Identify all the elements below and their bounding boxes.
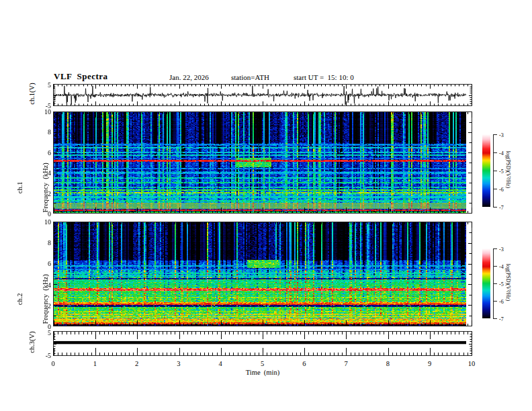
colorbar-tick-label: -4 bbox=[499, 150, 504, 156]
time-tick-label: 2 bbox=[135, 360, 138, 367]
ch1-spectrogram-canvas bbox=[53, 111, 472, 214]
time-tick-label: 6 bbox=[302, 360, 306, 367]
ch1-freq-tick-label: 8 bbox=[48, 128, 51, 136]
colorbar-tick bbox=[493, 266, 497, 267]
ch1-freq-tick-label: 4 bbox=[48, 169, 51, 177]
ch1-freq-tick-label: 0 bbox=[48, 210, 51, 218]
figure-start-ut: start UT = 15: 10: 0 bbox=[294, 73, 354, 81]
colorbar-tick-label: -7 bbox=[499, 316, 504, 322]
time-tick-label: 5 bbox=[261, 360, 264, 367]
time-axis-label: Time (min) bbox=[246, 369, 279, 376]
colorbar-tick bbox=[493, 248, 497, 249]
colorbar-tick bbox=[493, 301, 497, 302]
colorbar-tick bbox=[493, 207, 497, 208]
ch3-volt-tick-label: -5 bbox=[46, 352, 51, 359]
time-tick-label: 7 bbox=[344, 360, 347, 367]
colorbar-ch1 bbox=[482, 134, 490, 207]
ch2-freq-tick-label: 6 bbox=[48, 260, 51, 267]
time-tick-label: 0 bbox=[51, 360, 54, 367]
colorbar-tick bbox=[493, 283, 497, 284]
time-tick-label: 8 bbox=[386, 360, 390, 367]
colorbar-ch1-unit-label: log(PSD)(V²/Hz) bbox=[505, 133, 511, 207]
time-tick-label: 1 bbox=[93, 360, 97, 367]
colorbar-tick bbox=[493, 318, 497, 319]
ch2-freq-tick-label: 8 bbox=[48, 239, 51, 246]
colorbar-tick-label: -3 bbox=[499, 246, 504, 252]
time-tick-label: 3 bbox=[177, 360, 180, 367]
ch1-frequency-axis-label: ch.1 Frequency (kHz) bbox=[0, 137, 66, 238]
colorbar-tick-label: -7 bbox=[499, 204, 504, 210]
time-tick-label: 4 bbox=[219, 360, 222, 367]
ch3-waveform-canvas bbox=[53, 331, 472, 356]
colorbar-ch2-unit-label: log(PSD)(V²/Hz) bbox=[505, 246, 511, 320]
colorbar-tick-label: -6 bbox=[499, 298, 504, 304]
colorbar-tick bbox=[493, 171, 497, 171]
ch1-waveform-canvas bbox=[53, 84, 472, 106]
colorbar-tick bbox=[493, 152, 497, 153]
ch2-spectrogram-canvas bbox=[53, 222, 472, 326]
colorbar-tick-label: -5 bbox=[499, 281, 504, 287]
ch1-freq-tick-label: 6 bbox=[48, 148, 51, 156]
figure-station: station=ATH bbox=[231, 73, 269, 81]
colorbar-tick bbox=[493, 189, 497, 189]
time-tick-label: 9 bbox=[428, 360, 431, 367]
ch1-axis-channel: ch.1 bbox=[16, 137, 25, 238]
colorbar-tick-label: -3 bbox=[499, 132, 504, 138]
ch1-voltage-axis-label: ch.1(V) bbox=[28, 60, 36, 128]
ch3-volt-tick-label: 5 bbox=[48, 329, 51, 336]
ch2-freq-tick-label: 4 bbox=[48, 281, 51, 288]
colorbar-tick bbox=[493, 134, 497, 135]
ch2-freq-tick-label: 10 bbox=[44, 218, 51, 226]
time-tick-label: 10 bbox=[468, 360, 476, 367]
colorbar-tick-label: -4 bbox=[499, 263, 504, 269]
ch2-freq-tick-label: 2 bbox=[48, 302, 51, 309]
ch2-axis-channel: ch.2 bbox=[16, 248, 25, 349]
colorbar-tick-label: -6 bbox=[499, 186, 504, 192]
ch1-volt-tick-label: 5 bbox=[48, 81, 51, 89]
ch1-freq-tick-label: 2 bbox=[48, 189, 51, 197]
colorbar-ch2 bbox=[482, 248, 490, 318]
ch3-voltage-axis-label: ch.3(V) bbox=[28, 309, 36, 376]
figure-date: Jan. 22, 2026 bbox=[169, 73, 209, 81]
figure-title: VLF Spectra bbox=[54, 71, 108, 82]
ch1-volt-tick-label: -5 bbox=[46, 102, 51, 109]
vlf-spectra-figure: VLF Spectra Jan. 22, 2026 station=ATH st… bbox=[0, 0, 532, 411]
colorbar-tick-label: -5 bbox=[499, 168, 504, 174]
